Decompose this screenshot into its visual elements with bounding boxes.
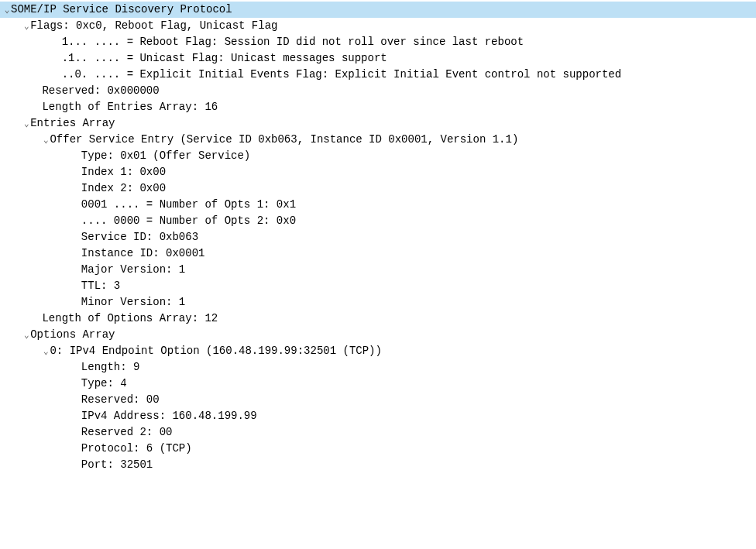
ttl: TTL: 3	[81, 280, 120, 292]
opt-type: Type: 4	[81, 377, 127, 389]
entries-array-header: Entries Array	[30, 117, 115, 129]
tree-row-index2[interactable]: Index 2: 0x00	[0, 180, 756, 197]
tree-row-entry-type[interactable]: Type: 0x01 (Offer Service)	[0, 148, 756, 164]
opt-port: Port: 32501	[81, 458, 153, 471]
opt-length: Length: 9	[81, 361, 140, 373]
options-array-header: Options Array	[30, 328, 115, 341]
opt-ipv4: IPv4 Address: 160.48.199.99	[81, 410, 257, 422]
opt-protocol: Protocol: 6 (TCP)	[81, 442, 192, 455]
options-len: Length of Options Array: 12	[42, 312, 218, 324]
index2: Index 2: 0x00	[81, 182, 166, 194]
tree-row-options-len[interactable]: Length of Options Array: 12	[0, 311, 756, 327]
tree-row-instance-id[interactable]: Instance ID: 0x0001	[0, 245, 756, 262]
tree-row-opt-type[interactable]: Type: 4	[0, 376, 756, 392]
reboot-flag: 1... .... = Reboot Flag: Session ID did …	[62, 36, 524, 48]
reserved-field: Reserved: 0x000000	[42, 84, 159, 97]
caret-down-icon[interactable]: ⌄	[42, 134, 50, 147]
tree-row-flags[interactable]: ⌄Flags: 0xc0, Reboot Flag, Unicast Flag	[0, 18, 756, 34]
tree-row-nopts2[interactable]: .... 0000 = Number of Opts 2: 0x0	[0, 213, 756, 229]
tree-row-reserved[interactable]: Reserved: 0x000000	[0, 83, 756, 99]
minor-version: Minor Version: 1	[81, 296, 185, 308]
tree-row-reboot-flag[interactable]: 1... .... = Reboot Flag: Session ID did …	[0, 34, 756, 50]
tree-row-explicit-flag[interactable]: ..0. .... = Explicit Initial Events Flag…	[0, 67, 756, 83]
tree-row-opt-port[interactable]: Port: 32501	[0, 457, 756, 473]
tree-row-opt0[interactable]: ⌄0: IPv4 Endpoint Option (160.48.199.99:…	[0, 343, 756, 359]
explicit-flag: ..0. .... = Explicit Initial Events Flag…	[62, 68, 622, 81]
protocol-title: SOME/IP Service Discovery Protocol	[11, 3, 232, 15]
tree-row-major[interactable]: Major Version: 1	[0, 262, 756, 278]
tree-row-index1[interactable]: Index 1: 0x00	[0, 164, 756, 180]
tree-row-opt-ipv4[interactable]: IPv4 Address: 160.48.199.99	[0, 408, 756, 424]
tree-row-opt-length[interactable]: Length: 9	[0, 359, 756, 376]
nopts2: .... 0000 = Number of Opts 2: 0x0	[81, 214, 296, 227]
major-version: Major Version: 1	[81, 263, 185, 276]
tree-row-ttl[interactable]: TTL: 3	[0, 278, 756, 294]
tree-row-entries-array[interactable]: ⌄Entries Array	[0, 115, 756, 132]
entries-len: Length of Entries Array: 16	[42, 101, 218, 113]
tree-row-entries-len[interactable]: Length of Entries Array: 16	[0, 99, 756, 115]
flags-header: Flags: 0xc0, Reboot Flag, Unicast Flag	[30, 19, 277, 32]
tree-row-minor[interactable]: Minor Version: 1	[0, 294, 756, 311]
tree-row-service-id[interactable]: Service ID: 0xb063	[0, 229, 756, 245]
unicast-flag: .1.. .... = Unicast Flag: Unicast messag…	[62, 52, 387, 64]
tree-row-unicast-flag[interactable]: .1.. .... = Unicast Flag: Unicast messag…	[0, 50, 756, 67]
service-id: Service ID: 0xb063	[81, 231, 198, 243]
offer-entry-header: Offer Service Entry (Service ID 0xb063, …	[50, 133, 518, 146]
caret-down-icon[interactable]: ⌄	[42, 345, 50, 359]
caret-down-icon[interactable]: ⌄	[22, 118, 30, 131]
opt-reserved: Reserved: 00	[81, 393, 160, 406]
tree-row-opt-reserved[interactable]: Reserved: 00	[0, 392, 756, 408]
entry-type: Type: 0x01 (Offer Service)	[81, 149, 250, 162]
opt0-header: 0: IPv4 Endpoint Option (160.48.199.99:3…	[50, 345, 381, 357]
tree-row-nopts1[interactable]: 0001 .... = Number of Opts 1: 0x1	[0, 197, 756, 213]
opt-reserved2: Reserved 2: 00	[81, 426, 173, 438]
caret-down-icon[interactable]: ⌄	[22, 329, 30, 342]
tree-row-offer-entry[interactable]: ⌄Offer Service Entry (Service ID 0xb063,…	[0, 132, 756, 148]
caret-down-icon[interactable]: ⌄	[22, 20, 30, 33]
tree-row-options-array[interactable]: ⌄Options Array	[0, 327, 756, 343]
caret-down-icon[interactable]: ⌄	[3, 4, 11, 17]
tree-row-opt-protocol[interactable]: Protocol: 6 (TCP)	[0, 441, 756, 457]
tree-row-opt-reserved2[interactable]: Reserved 2: 00	[0, 424, 756, 441]
nopts1: 0001 .... = Number of Opts 1: 0x1	[81, 198, 296, 211]
tree-row-protocol[interactable]: ⌄SOME/IP Service Discovery Protocol	[0, 2, 756, 18]
instance-id: Instance ID: 0x0001	[81, 247, 205, 259]
index1: Index 1: 0x00	[81, 166, 166, 178]
packet-tree: ⌄SOME/IP Service Discovery Protocol ⌄Fla…	[0, 0, 756, 475]
